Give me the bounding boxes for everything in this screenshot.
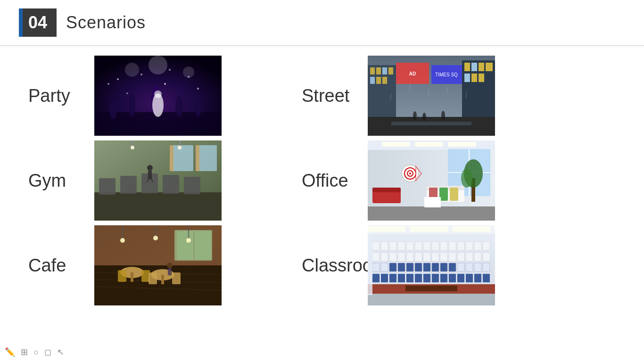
svg-rect-128 <box>389 242 396 250</box>
pencil-icon[interactable]: ✏️ <box>5 347 15 357</box>
svg-rect-23 <box>120 176 137 194</box>
svg-rect-182 <box>368 234 372 295</box>
svg-rect-99 <box>448 142 476 147</box>
svg-rect-157 <box>398 263 405 272</box>
svg-rect-162 <box>440 263 447 272</box>
svg-rect-129 <box>398 242 405 250</box>
svg-rect-122 <box>410 226 448 232</box>
svg-rect-143 <box>398 253 405 261</box>
svg-rect-22 <box>99 178 116 195</box>
svg-rect-74 <box>464 63 470 71</box>
left-column: Party <box>28 56 264 305</box>
svg-rect-97 <box>382 142 410 147</box>
scenario-classroom-image <box>368 225 495 305</box>
svg-point-36 <box>131 146 134 149</box>
svg-rect-161 <box>432 263 439 272</box>
svg-rect-25 <box>163 175 179 194</box>
svg-rect-165 <box>466 263 473 272</box>
svg-point-59 <box>153 236 158 240</box>
svg-rect-147 <box>432 253 439 261</box>
svg-rect-163 <box>449 263 456 272</box>
svg-point-13 <box>188 76 190 78</box>
scenario-party-image <box>94 56 222 136</box>
svg-rect-86 <box>391 122 471 125</box>
scenario-cafe-image <box>94 225 222 305</box>
svg-rect-156 <box>389 263 396 272</box>
svg-rect-158 <box>406 263 413 272</box>
svg-rect-149 <box>449 253 456 261</box>
svg-rect-180 <box>474 274 481 282</box>
svg-rect-134 <box>440 242 447 250</box>
svg-rect-148 <box>440 253 447 261</box>
svg-text:TIMES SQ: TIMES SQ <box>435 72 458 77</box>
svg-rect-171 <box>398 274 405 282</box>
svg-rect-124 <box>368 294 495 305</box>
svg-rect-170 <box>389 274 396 282</box>
grid-icon[interactable]: ⊞ <box>21 347 28 357</box>
svg-rect-51 <box>161 275 164 284</box>
svg-rect-152 <box>474 253 481 261</box>
page-header: 04 Scenarios <box>0 0 644 46</box>
svg-rect-78 <box>464 74 470 82</box>
svg-rect-175 <box>432 274 439 282</box>
scenario-gym-label: Gym <box>28 171 85 191</box>
svg-rect-121 <box>368 226 405 232</box>
cursor-icon[interactable]: ↖ <box>57 347 64 357</box>
svg-rect-150 <box>457 253 464 261</box>
svg-rect-71 <box>376 77 381 84</box>
svg-rect-166 <box>474 263 481 272</box>
scenario-street-label: Street <box>302 86 358 106</box>
svg-rect-151 <box>466 253 473 261</box>
scenario-party: Party <box>28 56 264 136</box>
svg-rect-21 <box>94 192 222 221</box>
svg-rect-137 <box>466 242 473 250</box>
svg-point-2 <box>109 100 117 119</box>
svg-point-88 <box>422 113 426 121</box>
svg-point-107 <box>409 173 411 174</box>
scenario-street: Street <box>302 56 585 136</box>
right-column: Street <box>302 56 585 305</box>
svg-rect-177 <box>449 274 456 282</box>
svg-point-7 <box>125 63 139 77</box>
circle-icon[interactable]: ○ <box>33 347 39 357</box>
svg-rect-133 <box>432 242 439 250</box>
svg-point-8 <box>149 56 167 74</box>
scenario-office-label: Office <box>302 171 358 191</box>
scenario-classroom: Classroom <box>302 225 585 305</box>
svg-rect-127 <box>381 242 388 250</box>
svg-rect-155 <box>381 263 388 272</box>
svg-point-17 <box>107 83 109 85</box>
svg-rect-141 <box>381 253 388 261</box>
svg-rect-54 <box>149 272 157 284</box>
svg-rect-76 <box>479 63 484 71</box>
svg-rect-174 <box>423 274 430 282</box>
svg-rect-68 <box>382 67 387 74</box>
svg-rect-135 <box>449 242 456 250</box>
eraser-icon[interactable]: ◻ <box>44 347 51 357</box>
svg-point-61 <box>186 238 191 243</box>
svg-rect-43 <box>195 231 211 260</box>
scenario-cafe-label: Cafe <box>28 255 85 276</box>
svg-rect-167 <box>483 263 490 272</box>
svg-rect-30 <box>196 145 199 171</box>
svg-rect-132 <box>423 242 430 250</box>
scenario-office-image <box>368 140 495 221</box>
svg-rect-114 <box>450 188 458 201</box>
svg-rect-168 <box>372 274 380 282</box>
main-content: Party <box>0 46 644 315</box>
svg-rect-172 <box>406 274 413 282</box>
section-number: 04 <box>28 13 47 33</box>
scenario-street-image: AD TIMES SQ <box>368 56 495 136</box>
svg-point-87 <box>413 111 417 121</box>
svg-rect-144 <box>406 253 413 261</box>
svg-point-6 <box>195 100 201 117</box>
svg-rect-130 <box>406 242 413 250</box>
svg-rect-77 <box>486 63 493 71</box>
svg-point-11 <box>140 74 142 75</box>
svg-rect-66 <box>370 67 375 74</box>
scenario-gym: Gym <box>28 140 264 221</box>
svg-rect-26 <box>184 177 200 194</box>
svg-rect-159 <box>415 263 422 272</box>
svg-point-15 <box>197 88 199 90</box>
svg-rect-154 <box>372 263 380 272</box>
